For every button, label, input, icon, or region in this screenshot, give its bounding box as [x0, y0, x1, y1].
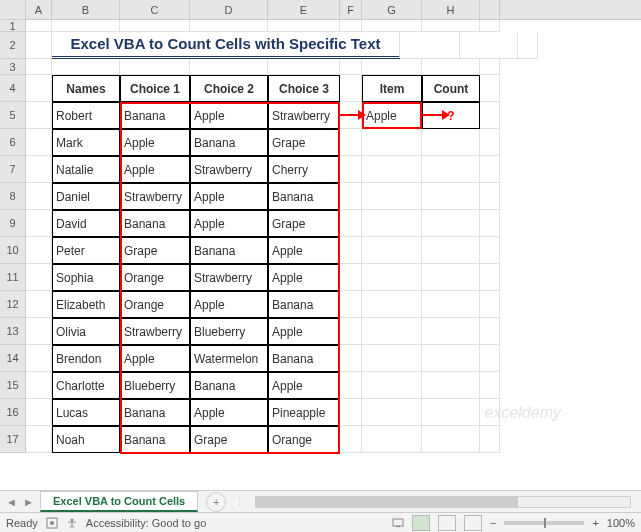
cell[interactable] — [480, 372, 500, 399]
cell[interactable] — [480, 102, 500, 129]
cell[interactable] — [340, 426, 362, 453]
cell-choice2[interactable]: Banana — [190, 372, 268, 399]
row-header-2[interactable]: 2 — [0, 32, 26, 59]
zoom-out-button[interactable]: − — [490, 517, 496, 529]
cell-name[interactable]: Charlotte — [52, 372, 120, 399]
cell-choice3[interactable]: Grape — [268, 129, 340, 156]
row-header-6[interactable]: 6 — [0, 129, 26, 156]
col-header-B[interactable]: B — [52, 0, 120, 19]
row-header-11[interactable]: 11 — [0, 264, 26, 291]
cell[interactable] — [268, 59, 340, 75]
cell[interactable] — [26, 102, 52, 129]
zoom-level[interactable]: 100% — [607, 517, 635, 529]
row-header-5[interactable]: 5 — [0, 102, 26, 129]
cell[interactable] — [26, 345, 52, 372]
cell-choice1[interactable]: Grape — [120, 237, 190, 264]
header-item[interactable]: Item — [362, 75, 422, 102]
cell[interactable] — [340, 75, 362, 102]
cell[interactable] — [362, 426, 422, 453]
row-header-8[interactable]: 8 — [0, 183, 26, 210]
page-layout-view-button[interactable] — [438, 515, 456, 531]
cell[interactable] — [26, 372, 52, 399]
cell[interactable] — [362, 237, 422, 264]
cell[interactable] — [26, 426, 52, 453]
cell[interactable] — [400, 32, 460, 59]
cell[interactable] — [340, 20, 362, 32]
macro-record-icon[interactable] — [46, 516, 58, 529]
spreadsheet-grid[interactable]: A B C D E F G H 1 2 Excel VBA to Count C… — [0, 0, 641, 492]
cell[interactable] — [518, 32, 538, 59]
cell[interactable] — [340, 345, 362, 372]
cell[interactable] — [480, 129, 500, 156]
cell[interactable] — [422, 291, 480, 318]
cell[interactable] — [120, 20, 190, 32]
cell-name[interactable]: Elizabeth — [52, 291, 120, 318]
cell-choice1[interactable]: Banana — [120, 210, 190, 237]
cell[interactable] — [422, 210, 480, 237]
cell[interactable] — [422, 264, 480, 291]
add-sheet-button[interactable]: + — [206, 492, 226, 512]
cell[interactable] — [340, 129, 362, 156]
cell-choice2[interactable]: Apple — [190, 291, 268, 318]
cell[interactable] — [480, 183, 500, 210]
cell-choice3[interactable]: Banana — [268, 345, 340, 372]
cell[interactable] — [52, 20, 120, 32]
cell-name[interactable]: Sophia — [52, 264, 120, 291]
cell-choice2[interactable]: Blueberry — [190, 318, 268, 345]
cell[interactable] — [362, 20, 422, 32]
cell[interactable] — [26, 210, 52, 237]
row-header-3[interactable]: 3 — [0, 59, 26, 75]
horizontal-scrollbar[interactable] — [255, 496, 631, 508]
cell[interactable] — [480, 345, 500, 372]
cell-choice3[interactable]: Apple — [268, 264, 340, 291]
cell[interactable] — [480, 264, 500, 291]
cell-choice2[interactable]: Strawberry — [190, 156, 268, 183]
zoom-in-button[interactable]: + — [592, 517, 598, 529]
col-header-C[interactable]: C — [120, 0, 190, 19]
cell[interactable] — [422, 399, 480, 426]
row-header-4[interactable]: 4 — [0, 75, 26, 102]
cell[interactable] — [422, 426, 480, 453]
chevron-right-icon[interactable]: ► — [23, 496, 34, 508]
row-header-16[interactable]: 16 — [0, 399, 26, 426]
normal-view-button[interactable] — [412, 515, 430, 531]
row-header-17[interactable]: 17 — [0, 426, 26, 453]
row-header-15[interactable]: 15 — [0, 372, 26, 399]
cell-choice1[interactable]: Apple — [120, 345, 190, 372]
col-header-G[interactable]: G — [362, 0, 422, 19]
accessibility-icon[interactable] — [66, 516, 78, 529]
cell-name[interactable]: Peter — [52, 237, 120, 264]
cell[interactable] — [340, 399, 362, 426]
cell[interactable] — [26, 156, 52, 183]
cell-choice1[interactable]: Banana — [120, 426, 190, 453]
cell[interactable] — [340, 59, 362, 75]
cell-choice3[interactable]: Grape — [268, 210, 340, 237]
cell[interactable] — [26, 32, 52, 59]
cell[interactable] — [26, 291, 52, 318]
row-header-10[interactable]: 10 — [0, 237, 26, 264]
cell-name[interactable]: Daniel — [52, 183, 120, 210]
cell[interactable] — [460, 32, 518, 59]
cell[interactable] — [422, 183, 480, 210]
cell[interactable] — [340, 264, 362, 291]
cell[interactable] — [26, 129, 52, 156]
cell-choice2[interactable]: Apple — [190, 210, 268, 237]
cell[interactable] — [480, 156, 500, 183]
cell[interactable] — [26, 237, 52, 264]
cell[interactable] — [422, 156, 480, 183]
cell[interactable] — [422, 372, 480, 399]
cell[interactable] — [480, 291, 500, 318]
cell-choice1[interactable]: Orange — [120, 264, 190, 291]
cell[interactable] — [340, 318, 362, 345]
cell[interactable] — [362, 129, 422, 156]
cell-choice3[interactable]: Apple — [268, 237, 340, 264]
display-settings-icon[interactable] — [392, 516, 404, 529]
cell-choice3[interactable]: Cherry — [268, 156, 340, 183]
cell-choice1[interactable]: Apple — [120, 156, 190, 183]
row-header-12[interactable]: 12 — [0, 291, 26, 318]
header-choice2[interactable]: Choice 2 — [190, 75, 268, 102]
cell-item-value[interactable]: Apple — [362, 102, 422, 129]
col-header-F[interactable]: F — [340, 0, 362, 19]
col-header-A[interactable]: A — [26, 0, 52, 19]
col-header-H[interactable]: H — [422, 0, 480, 19]
